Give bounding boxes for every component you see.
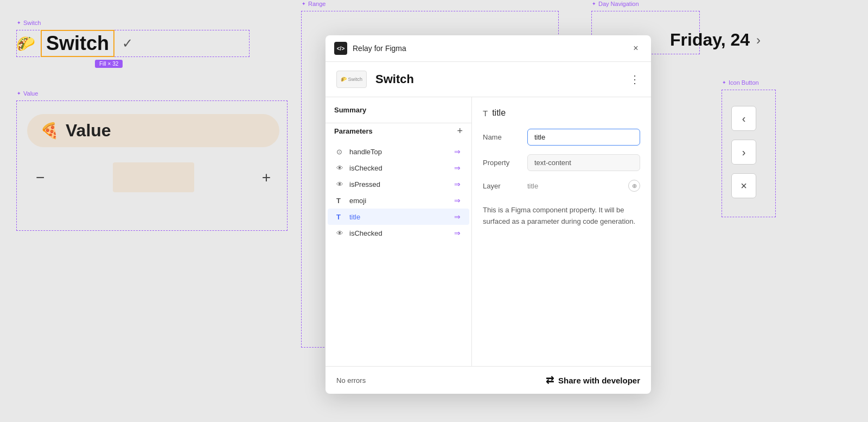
value-frame-label: Value	[17, 90, 38, 97]
switch-emoji: 🌮	[16, 35, 35, 53]
text-icon-1: T	[336, 197, 345, 205]
modal-header: </> Relay for Figma ×	[326, 35, 651, 62]
divider-1	[326, 123, 471, 123]
canvas: Switch 🌮 Switch ✓ Fill × 32 Value 🍕 Valu…	[0, 0, 868, 422]
param-name-title: title	[349, 213, 360, 221]
icon-btn-back[interactable]: ‹	[731, 106, 756, 131]
param-item-handleTop[interactable]: ⊙ handleTop ⇒	[328, 143, 469, 160]
param-name-handleTop: handleTop	[349, 148, 382, 156]
fill-badge: Fill × 32	[95, 60, 123, 68]
parameters-label: Parameters	[334, 127, 373, 135]
param-item-emoji-left: T emoji	[336, 197, 366, 205]
layer-value: title	[527, 182, 622, 190]
value-emoji: 🍕	[40, 122, 59, 140]
switch-component-content: 🌮 Switch ✓	[16, 30, 133, 57]
param-arrow-handleTop: ⇒	[454, 147, 461, 156]
day-nav-frame-label: Day Navigation	[592, 1, 639, 7]
param-item-emoji[interactable]: T emoji ⇒	[328, 192, 469, 209]
param-item-isChecked-2-left: 👁 isChecked	[336, 229, 382, 237]
day-nav-content: Friday, 24 ›	[670, 30, 761, 50]
modal-body: Summary Parameters + ⊙ handleTop ⇒ �	[326, 97, 651, 366]
value-input-box	[113, 162, 194, 192]
relay-logo: </>	[334, 42, 347, 55]
eye-icon-3: 👁	[336, 229, 345, 237]
parameters-header: Parameters +	[326, 125, 471, 143]
name-label: Name	[483, 133, 521, 141]
component-header: 🌮 Switch Switch ⋮	[326, 62, 651, 97]
relay-modal: </> Relay for Figma × 🌮 Switch Switch ⋮ …	[326, 35, 651, 394]
param-item-handleTop-left: ⊙ handleTop	[336, 148, 382, 156]
share-label: Share with developer	[558, 376, 640, 385]
modal-close-button[interactable]: ×	[629, 42, 642, 55]
param-arrow-isChecked-2: ⇒	[454, 229, 461, 237]
param-item-title[interactable]: T title ⇒	[328, 209, 469, 225]
property-header: T title	[483, 108, 640, 118]
switch-frame-label: Switch	[17, 20, 41, 26]
handle-icon: ⊙	[336, 148, 345, 156]
share-with-developer-button[interactable]: ⇄ Share with developer	[546, 374, 640, 386]
property-header-icon: T	[483, 109, 488, 118]
relay-logo-text: </>	[337, 46, 344, 52]
modal-footer: No errors ⇄ Share with developer	[326, 366, 651, 394]
param-item-isChecked-2[interactable]: 👁 isChecked ⇒	[328, 225, 469, 241]
value-controls: − +	[27, 158, 279, 197]
property-header-title: title	[492, 108, 506, 118]
modal-header-left: </> Relay for Figma	[334, 42, 406, 55]
param-item-title-left: T title	[336, 213, 360, 221]
component-preview-text: 🌮 Switch	[341, 77, 362, 82]
value-plus-button[interactable]: +	[262, 169, 271, 186]
value-text: Value	[66, 121, 111, 141]
value-component-content: 🍕 Value − +	[27, 114, 279, 197]
icon-btn-close[interactable]: ×	[731, 173, 756, 198]
component-preview: 🌮 Switch	[336, 71, 367, 88]
left-panel: Summary Parameters + ⊙ handleTop ⇒ �	[326, 97, 472, 366]
param-item-isPressed-left: 👁 isPressed	[336, 180, 380, 188]
eye-icon-1: 👁	[336, 164, 345, 172]
add-parameter-button[interactable]: +	[457, 125, 463, 137]
day-nav-title: Friday, 24	[670, 30, 750, 50]
component-name: Switch	[375, 72, 621, 86]
no-errors-label: No errors	[336, 376, 366, 385]
param-arrow-isChecked-1: ⇒	[454, 163, 461, 172]
value-pill: 🍕 Value	[27, 114, 279, 147]
right-panel: T title Name Property Layer title ⊕ This…	[472, 97, 651, 366]
icon-button-content: ‹ › ×	[731, 106, 756, 198]
eye-icon-2: 👁	[336, 180, 345, 188]
layer-label: Layer	[483, 182, 521, 190]
param-arrow-title: ⇒	[454, 212, 461, 221]
modal-header-title: Relay for Figma	[353, 44, 406, 53]
day-nav-arrow[interactable]: ›	[756, 33, 761, 48]
name-row: Name	[483, 129, 640, 146]
value-minus-button[interactable]: −	[36, 169, 44, 186]
description-text: This is a Figma component property. It w…	[483, 205, 640, 228]
target-icon[interactable]: ⊕	[628, 180, 640, 192]
switch-checkmark: ✓	[122, 36, 133, 51]
param-arrow-isPressed: ⇒	[454, 180, 461, 188]
property-label: Property	[483, 159, 521, 167]
param-name-isPressed: isPressed	[349, 180, 380, 188]
param-item-isChecked-1-left: 👁 isChecked	[336, 164, 382, 172]
range-frame-label: Range	[302, 1, 326, 7]
icon-btn-forward[interactable]: ›	[731, 140, 756, 165]
switch-title: Switch	[41, 30, 114, 57]
summary-label: Summary	[326, 106, 471, 121]
property-input	[527, 154, 640, 171]
name-input[interactable]	[527, 129, 640, 146]
layer-row: Layer title ⊕	[483, 180, 640, 192]
component-menu-button[interactable]: ⋮	[629, 73, 640, 86]
param-name-emoji: emoji	[349, 197, 366, 205]
param-item-isPressed[interactable]: 👁 isPressed ⇒	[328, 176, 469, 192]
param-arrow-emoji: ⇒	[454, 196, 461, 205]
property-row: Property	[483, 154, 640, 171]
param-name-isChecked-1: isChecked	[349, 164, 382, 172]
param-name-isChecked-2: isChecked	[349, 229, 382, 237]
share-icon: ⇄	[546, 374, 554, 386]
text-icon-2: T	[336, 213, 345, 221]
icon-button-frame-label: Icon Button	[722, 79, 759, 86]
param-item-isChecked-1[interactable]: 👁 isChecked ⇒	[328, 160, 469, 176]
